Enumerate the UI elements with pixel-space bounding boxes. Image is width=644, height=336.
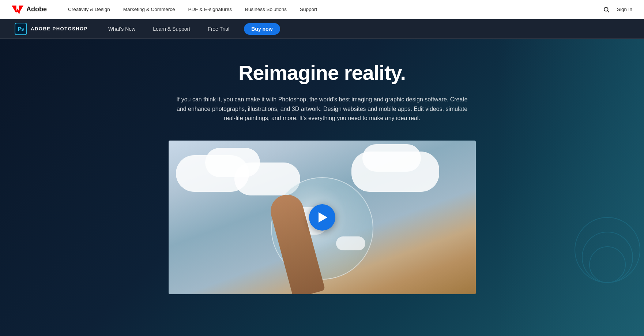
nav-link-creativity-design[interactable]: Creativity & Design xyxy=(61,0,117,19)
sign-in-link[interactable]: Sign In xyxy=(617,7,632,12)
video-background xyxy=(169,141,476,294)
product-nav-free-trial[interactable]: Free Trial xyxy=(199,19,238,39)
nav-link-support[interactable]: Support xyxy=(293,0,324,19)
top-nav-right: Sign In xyxy=(603,6,632,13)
adobe-wordmark: Adobe xyxy=(26,5,47,13)
top-nav-links: Creativity & Design Marketing & Commerce… xyxy=(61,0,603,19)
nav-link-marketing-commerce[interactable]: Marketing & Commerce xyxy=(117,0,182,19)
arm-illustration xyxy=(278,184,351,294)
top-navigation: Adobe Creativity & Design Marketing & Co… xyxy=(0,0,644,19)
adobe-logo-icon xyxy=(12,5,23,14)
hero-section: Reimagine reality. If you can think it, … xyxy=(0,39,644,336)
hero-video[interactable] xyxy=(169,141,476,294)
search-icon xyxy=(603,6,610,13)
search-button[interactable] xyxy=(603,6,610,13)
deco-circle-3 xyxy=(589,246,626,283)
nav-link-pdf-esignatures[interactable]: PDF & E-signatures xyxy=(182,0,238,19)
svg-point-0 xyxy=(604,7,608,11)
decorative-circles xyxy=(571,217,644,327)
adobe-logo-link[interactable]: Adobe xyxy=(12,5,47,14)
photoshop-icon: Ps xyxy=(15,23,27,35)
buy-now-button[interactable]: Buy now xyxy=(244,23,280,35)
play-button[interactable] xyxy=(309,204,335,231)
play-icon xyxy=(319,212,327,223)
hero-description: If you can think it, you can make it wit… xyxy=(172,95,472,123)
product-navigation: Ps ADOBE PHOTOSHOP What's New Learn & Su… xyxy=(0,19,644,39)
product-logo-area: Ps ADOBE PHOTOSHOP xyxy=(15,23,88,35)
product-name: ADOBE PHOTOSHOP xyxy=(31,26,88,31)
product-nav-whats-new[interactable]: What's New xyxy=(99,19,144,39)
hero-title: Reimagine reality. xyxy=(238,61,406,85)
nav-link-business-solutions[interactable]: Business Solutions xyxy=(238,0,293,19)
product-nav-links: What's New Learn & Support Free Trial xyxy=(99,19,238,39)
product-nav-learn-support[interactable]: Learn & Support xyxy=(144,19,199,39)
svg-line-1 xyxy=(607,11,609,12)
